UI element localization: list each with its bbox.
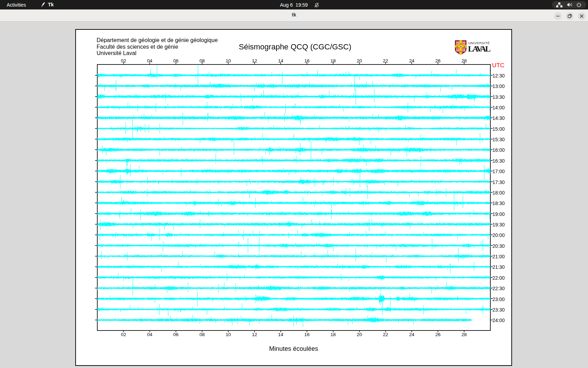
- svg-text:LAVAL: LAVAL: [468, 44, 491, 53]
